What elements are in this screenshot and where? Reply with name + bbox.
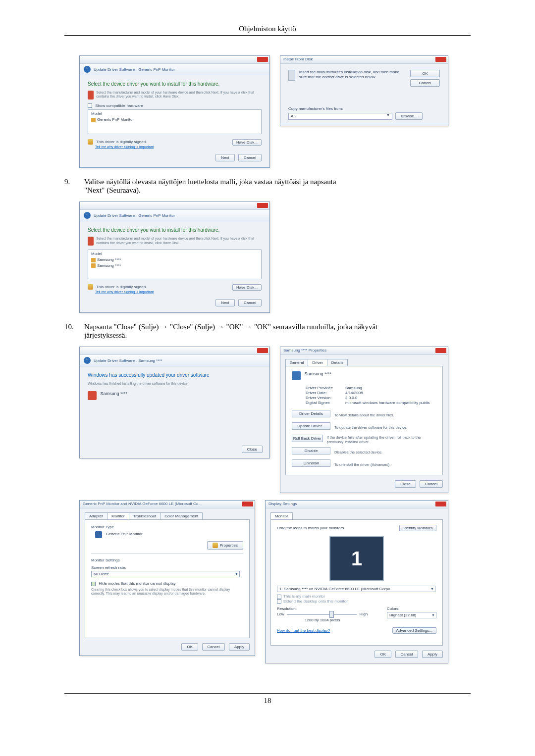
ifd-titlebar: Install From Disk — [280, 56, 448, 64]
page-number: 18 — [64, 697, 471, 705]
props-tabs: General Driver Details — [285, 359, 443, 366]
cancel-button[interactable]: Cancel — [202, 643, 225, 651]
step-9: 9. Valitse näytöllä olevasta näyttöjen l… — [64, 178, 471, 195]
show-compatible-checkbox[interactable] — [88, 103, 92, 108]
wizard3-breadcrumb-text: Update Driver Software - Samsung **** — [94, 358, 162, 363]
resolution-slider[interactable] — [287, 614, 357, 615]
wizard-select-driver-2: Update Driver Software - Generic PnP Mon… — [79, 202, 270, 313]
step-number: 10. — [64, 323, 84, 340]
update-driver-button[interactable]: Update Driver... — [292, 422, 330, 430]
disable-button[interactable]: Disable — [292, 447, 330, 454]
advanced-settings-button[interactable]: Advanced Settings... — [392, 627, 436, 634]
tab-monitor[interactable]: Monitor — [107, 512, 129, 519]
apply-button[interactable]: Apply — [229, 643, 250, 651]
device-icon — [88, 237, 94, 246]
monitor-identify-icon[interactable]: 1 — [329, 536, 384, 581]
ok-button[interactable]: OK — [374, 651, 391, 658]
dispset-title: Display Settings — [266, 501, 448, 507]
monitor-icon — [91, 118, 96, 122]
hide-modes-checkbox[interactable] — [91, 582, 96, 586]
list-item[interactable]: Samsung **** — [91, 257, 258, 262]
driver-details-button[interactable]: Driver Details — [292, 410, 330, 417]
apply-button[interactable]: Apply — [422, 651, 443, 658]
close-icon[interactable] — [435, 502, 446, 506]
close-icon[interactable] — [257, 203, 268, 208]
ifd-message: Insert the manufacturer's installation d… — [299, 70, 404, 81]
close-icon[interactable] — [242, 502, 253, 506]
close-button[interactable]: Close — [242, 446, 263, 453]
step-10: 10. Napsauta "Close" (Sulje) → "Close" (… — [64, 323, 471, 340]
next-button[interactable]: Next — [215, 154, 234, 161]
ifd-title: Install From Disk — [280, 56, 448, 62]
cancel-button[interactable]: Cancel — [395, 651, 419, 658]
close-button[interactable]: Close — [395, 480, 416, 488]
refresh-rate-select[interactable]: 60 Hertz▼ — [91, 571, 240, 577]
close-icon[interactable] — [435, 57, 446, 62]
shield-icon — [88, 284, 93, 290]
tab-driver[interactable]: Driver — [308, 359, 327, 366]
chevron-down-icon: ▼ — [430, 587, 434, 591]
ok-button[interactable]: OK — [181, 643, 198, 651]
colors-select[interactable]: Highest (32 bit)▼ — [387, 612, 436, 618]
driver-provider: Samsung — [345, 386, 362, 390]
close-icon[interactable] — [257, 57, 268, 62]
ok-button[interactable]: OK — [410, 70, 440, 77]
ifd-path-input[interactable]: A:\ ▼ — [288, 113, 392, 120]
uninstall-button[interactable]: Uninstall — [292, 459, 330, 467]
chevron-down-icon[interactable]: ▼ — [386, 113, 390, 117]
browse-button[interactable]: Browse... — [395, 112, 423, 120]
best-display-link[interactable]: How do I get the best display? — [277, 628, 330, 633]
rollback-driver-button[interactable]: Roll Back Driver — [292, 435, 323, 442]
identify-monitors-button[interactable]: Identify Monitors — [399, 525, 436, 531]
wizard1-breadcrumb-text: Update Driver Software - Generic PnP Mon… — [94, 67, 175, 72]
back-icon[interactable] — [84, 357, 91, 364]
device-icon — [88, 91, 94, 100]
wizard2-model-listbox[interactable]: Model Samsung **** Samsung **** — [88, 250, 262, 279]
monitor-type-value: Generic PnP Monitor — [106, 532, 143, 536]
tab-color-management[interactable]: Color Management — [160, 512, 203, 519]
resolution-value: 1280 by 1024 pixels — [277, 618, 368, 622]
tab-general[interactable]: General — [285, 359, 308, 366]
tab-adapter[interactable]: Adapter — [85, 512, 107, 519]
device-icon — [292, 371, 301, 380]
wizard3-sub: Windows has finished installing the driv… — [88, 382, 262, 386]
driver-date: 4/14/2005 — [345, 391, 363, 395]
device-name: Samsung **** — [305, 371, 332, 376]
wizard1-model-listbox[interactable]: Model Generic PnP Monitor — [88, 109, 262, 134]
cancel-button[interactable]: Cancel — [238, 154, 262, 161]
have-disk-button[interactable]: Have Disk... — [232, 284, 262, 291]
close-icon[interactable] — [257, 348, 268, 353]
monitor-settings-label: Monitor Settings — [91, 558, 243, 562]
next-button[interactable]: Next — [215, 299, 234, 306]
list-item[interactable]: Generic PnP Monitor — [91, 117, 258, 122]
properties-button[interactable]: Properties — [207, 541, 243, 550]
close-icon[interactable] — [435, 348, 446, 353]
wizard2-titlebar — [80, 202, 269, 210]
have-disk-button[interactable]: Have Disk... — [232, 139, 262, 146]
step-number: 9. — [64, 178, 84, 195]
show-compatible-label: Show compatible hardware — [95, 103, 143, 108]
cancel-button[interactable]: Cancel — [238, 299, 262, 306]
monitor-select[interactable]: 1. Samsung **** on NVIDIA GeForce 6600 L… — [277, 586, 435, 592]
driver-version: 2.0.0.0 — [345, 396, 357, 400]
signing-info-link[interactable]: Tell me why driver signing is important — [95, 290, 154, 294]
list-item[interactable]: Samsung **** — [91, 263, 258, 268]
wizard-success: Update Driver Software - Samsung **** Wi… — [79, 347, 270, 458]
colors-label: Colors: — [387, 606, 436, 611]
tab-troubleshoot[interactable]: Troubleshoot — [129, 512, 160, 519]
step-text: Napsauta "Close" (Sulje) → "Close" (Sulj… — [84, 323, 471, 331]
signing-info-link[interactable]: Tell me why driver signing is important — [95, 145, 154, 149]
monitor-properties-dialog: Generic PnP Monitor and NVIDIA GeForce 6… — [79, 500, 255, 656]
ifd-copy-label: Copy manufacturer's files from: — [288, 106, 440, 111]
cancel-button[interactable]: Cancel — [410, 79, 440, 87]
model-header: Model — [91, 252, 258, 257]
back-icon[interactable] — [84, 212, 91, 219]
wizard1-titlebar — [80, 56, 269, 64]
monitor-type-label: Monitor Type — [91, 525, 243, 529]
resolution-label: Resolution: — [277, 606, 368, 611]
tab-details[interactable]: Details — [327, 359, 348, 366]
bottom-rule — [64, 693, 471, 694]
tab-monitor[interactable]: Monitor — [270, 512, 293, 519]
back-icon[interactable] — [84, 66, 91, 73]
cancel-button[interactable]: Cancel — [420, 480, 443, 488]
